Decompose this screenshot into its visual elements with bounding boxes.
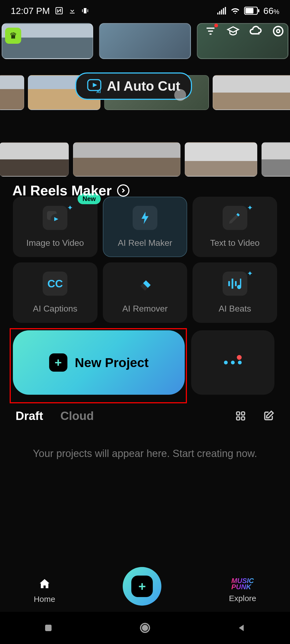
nfc-icon [55, 6, 63, 15]
download-icon [68, 7, 76, 15]
feature-ai-beats[interactable]: ✦ AI Beats [193, 262, 277, 323]
tab-cloud[interactable]: Cloud [60, 409, 94, 423]
pencil-icon: ✦ [220, 206, 250, 230]
template-thumb[interactable] [262, 142, 290, 177]
feature-label: AI Remover [122, 304, 168, 314]
svg-rect-22 [241, 412, 245, 415]
grid-view-icon[interactable] [235, 410, 247, 422]
sparkle-icon: ✦ [247, 204, 253, 212]
feature-label: AI Captions [33, 304, 77, 314]
template-row-2 [0, 110, 290, 177]
wifi-icon [230, 7, 240, 15]
svg-point-11 [277, 30, 280, 33]
svg-rect-18 [235, 281, 237, 286]
template-thumb[interactable] [185, 142, 257, 177]
feature-text-to-video[interactable]: ✦ Text to Video [193, 197, 277, 257]
vibrate-icon [81, 7, 89, 15]
graduation-icon[interactable] [227, 25, 240, 38]
template-thumb[interactable] [73, 142, 180, 177]
beats-icon: ✦ [220, 272, 250, 296]
notification-dot [214, 24, 218, 27]
svg-rect-2 [217, 13, 218, 14]
edit-icon[interactable] [263, 410, 274, 422]
feature-ai-reel-maker[interactable]: AI Reel Maker [103, 197, 187, 257]
featured-thumb-1[interactable]: ♛ [2, 23, 93, 59]
chevron-right-icon [117, 184, 129, 197]
feature-label: AI Reel Maker [118, 238, 172, 248]
svg-point-28 [143, 625, 147, 630]
svg-rect-4 [221, 10, 222, 14]
nav-home-label: Home [34, 595, 55, 604]
eraser-icon [130, 272, 160, 296]
android-recent-button[interactable] [40, 620, 56, 636]
feature-label: Image to Video [26, 238, 84, 248]
battery-percent: 66% [263, 6, 279, 16]
template-thumb[interactable] [0, 75, 24, 110]
svg-rect-3 [219, 11, 220, 14]
svg-rect-20 [240, 279, 241, 286]
image-video-icon: ✦ [40, 206, 70, 230]
touch-indicator [174, 89, 186, 101]
svg-rect-25 [44, 586, 46, 588]
feature-label: Text to Video [210, 238, 259, 248]
project-tabs: Draft Cloud [16, 409, 94, 423]
sparkle-icon: ✦ [247, 269, 253, 278]
feature-ai-remover[interactable]: AI Remover [103, 262, 187, 323]
svg-text:AI: AI [96, 89, 101, 93]
svg-rect-23 [237, 417, 240, 420]
signal-icon [217, 7, 226, 14]
feature-image-to-video[interactable]: New ✦ Image to Video [13, 197, 97, 257]
music-punk-icon: MUSICPUNK [235, 578, 249, 590]
cloud-icon[interactable] [249, 25, 262, 38]
notification-dot [237, 355, 242, 360]
nav-home[interactable]: Home [34, 577, 55, 604]
svg-point-10 [274, 27, 283, 36]
status-left: 12:07 PM [11, 6, 89, 16]
ai-auto-cut-button[interactable]: AI AI Auto Cut [75, 72, 192, 100]
bottom-nav: Home + MUSICPUNK Explore [0, 569, 290, 612]
cc-icon: CC [40, 272, 70, 296]
nav-explore[interactable]: MUSICPUNK Explore [229, 578, 256, 603]
android-back-button[interactable] [234, 620, 250, 636]
section-title[interactable]: AI Reels Maker [12, 182, 129, 199]
feature-ai-captions[interactable]: CC AI Captions [13, 262, 97, 323]
filter-icon[interactable] [204, 25, 217, 38]
top-action-icons [204, 25, 285, 38]
svg-rect-1 [84, 8, 86, 13]
settings-icon[interactable] [272, 25, 285, 38]
tab-draft[interactable]: Draft [16, 409, 43, 423]
project-tabs-row: Draft Cloud [0, 395, 290, 423]
new-project-row: + New Project [0, 323, 290, 395]
svg-rect-26 [45, 625, 52, 631]
ai-auto-cut-label: AI Auto Cut [107, 78, 180, 94]
svg-rect-9 [258, 9, 259, 12]
bolt-icon [130, 206, 160, 230]
crown-icon: ♛ [9, 31, 17, 41]
svg-rect-16 [228, 281, 230, 286]
sparkle-icon: ✦ [67, 204, 73, 212]
new-project-button[interactable]: + New Project [13, 330, 185, 395]
tab-actions [235, 410, 274, 422]
status-bar: 12:07 PM 66% [0, 0, 290, 21]
template-thumb[interactable] [0, 142, 69, 177]
featured-thumb-2[interactable] [99, 23, 191, 59]
pro-badge[interactable]: ♛ [5, 28, 21, 44]
svg-rect-17 [231, 279, 233, 288]
more-button[interactable] [191, 330, 274, 395]
svg-rect-24 [241, 417, 245, 420]
empty-projects-message: Your projects will appear here. Start cr… [0, 423, 290, 459]
plus-icon: + [131, 576, 153, 597]
svg-rect-8 [245, 8, 253, 14]
svg-rect-6 [225, 7, 226, 14]
svg-rect-5 [223, 8, 224, 14]
template-thumb[interactable] [213, 75, 290, 110]
featured-thumbnails: ♛ [0, 21, 290, 59]
android-nav-bar [0, 612, 290, 644]
dots-icon [224, 361, 242, 364]
svg-rect-21 [237, 412, 240, 415]
android-home-button[interactable] [137, 620, 153, 636]
nav-explore-label: Explore [229, 594, 256, 603]
feature-label: AI Beats [219, 304, 251, 314]
nav-create-button[interactable]: + [123, 567, 161, 606]
battery-icon [244, 7, 260, 15]
